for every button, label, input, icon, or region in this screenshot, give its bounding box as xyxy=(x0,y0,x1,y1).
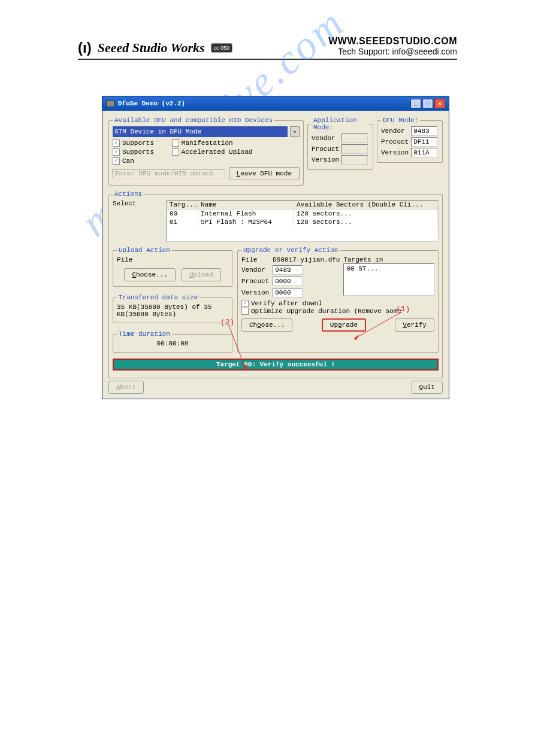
col-targ[interactable]: Targ... xyxy=(167,201,198,209)
actions-legend: Actions xyxy=(113,190,144,198)
verify-after-label: Verify after downl xyxy=(251,300,322,307)
enter-dfu-input: Enter DFU mode/HID detach xyxy=(113,169,225,178)
titlebar[interactable]: DfuSe Demo (v2.2) _ □ ✕ xyxy=(102,96,449,111)
time-value: 00:00:08 xyxy=(117,340,228,347)
verify-after-checkbox[interactable]: ✓ xyxy=(241,300,249,307)
transfer-legend: Transfered data size xyxy=(117,294,200,301)
dfu-version-value: 011A xyxy=(411,148,437,157)
target-row[interactable]: 00 ST... xyxy=(346,265,431,272)
can-label: Can xyxy=(122,157,134,165)
app-version-value xyxy=(341,155,368,165)
application-mode-group: Application Mode: Vendor Procuct Version xyxy=(307,117,373,170)
manifestation-label: Manifestation xyxy=(182,139,233,147)
upgrade-vendor-value: 0483 xyxy=(273,265,303,275)
device-selected: STM Device in DFU Mode xyxy=(114,128,201,135)
app-procuct-label: Procuct xyxy=(312,145,339,153)
upgrade-procuct-value: 0000 xyxy=(273,277,303,286)
targets-in-label: Targets in xyxy=(343,256,434,263)
supports2-label: Supports xyxy=(122,148,154,156)
upload-button[interactable]: Upload xyxy=(182,268,221,281)
upload-legend: Upload Action xyxy=(117,247,172,254)
app-procuct-value xyxy=(341,144,368,154)
app-icon xyxy=(106,100,114,107)
devices-legend: Available DFU and compatible HID Devices xyxy=(113,117,274,124)
app-mode-legend: Application Mode: xyxy=(312,117,369,131)
app-vendor-label: Vendor xyxy=(312,135,339,142)
select-label: Select xyxy=(113,200,161,242)
upgrade-choose-button[interactable]: Choose... xyxy=(241,318,292,332)
brand-text: Seeed Studio Works xyxy=(98,40,205,56)
actions-group: Actions Select Targ... Name Available Se… xyxy=(108,190,443,378)
leave-dfu-button[interactable]: Leave DFU mode xyxy=(229,167,300,180)
dfu-procuct-value: DF11 xyxy=(411,137,437,147)
close-button[interactable]: ✕ xyxy=(434,99,445,108)
optimize-label: Optimize Upgrade duration (Remove some xyxy=(251,308,401,315)
upload-file-label: File xyxy=(117,256,228,263)
cc-badge: cc 0$0 xyxy=(211,43,233,53)
maximize-button[interactable]: □ xyxy=(422,99,433,108)
upgrade-button[interactable]: Upgrade xyxy=(322,318,366,332)
upgrade-file-value: DS0817-yijian.dfu xyxy=(273,256,340,263)
verify-button[interactable]: Verify xyxy=(395,318,434,332)
brand-left: (ı) Seeed Studio Works cc 0$0 xyxy=(78,40,232,56)
device-select[interactable]: STM Device in DFU Mode xyxy=(113,126,288,137)
upgrade-group: Upgrade or Verify Action File DS0817-yij… xyxy=(237,247,439,353)
col-name[interactable]: Name xyxy=(198,201,294,209)
dfu-procuct-label: Procuct xyxy=(381,138,409,145)
dfu-version-label: Version xyxy=(381,149,409,156)
dfu-mode-group: DFU Mode: Vendor 0483 Procuct DF11 Versi… xyxy=(377,117,443,163)
upgrade-vendor-label: Vendor xyxy=(241,266,269,274)
annotation-1: (1) xyxy=(396,305,410,314)
time-group: Time duration 00:00:08 xyxy=(113,330,232,353)
window-title: DfuSe Demo (v2.2) xyxy=(118,100,185,107)
upgrade-version-value: 0000 xyxy=(273,288,303,297)
dfuse-window: DfuSe Demo (v2.2) _ □ ✕ Available DFU an… xyxy=(102,96,449,399)
col-sectors[interactable]: Available Sectors (Double Cli... xyxy=(294,201,438,209)
document-header: (ı) Seeed Studio Works cc 0$0 WWW.SEEEDS… xyxy=(78,36,457,60)
upload-group: Upload Action File Choose... Upload xyxy=(113,247,232,287)
transfer-text: 35 KB(35880 Bytes) of 35 KB(35880 Bytes) xyxy=(117,303,228,318)
quit-button[interactable]: Quit xyxy=(412,381,443,394)
upload-choose-button[interactable]: Choose... xyxy=(124,268,175,281)
upgrade-legend: Upgrade or Verify Action xyxy=(241,247,340,254)
time-legend: Time duration xyxy=(117,330,172,338)
app-version-label: Version xyxy=(312,156,339,163)
status-bar: Target 00: Verify successful ! xyxy=(113,359,439,371)
dfu-vendor-value: 0483 xyxy=(411,126,437,136)
upgrade-procuct-label: Procuct xyxy=(241,278,269,285)
optimize-checkbox[interactable]: ✓ xyxy=(241,308,249,315)
header-right: WWW.SEEEDSTUDIO.COM Tech Support: info@s… xyxy=(328,36,457,56)
targets-in-list[interactable]: 00 ST... xyxy=(343,263,434,296)
upgrade-file-label: File xyxy=(241,256,269,263)
dfu-vendor-label: Vendor xyxy=(381,127,409,135)
abort-button[interactable]: Abort xyxy=(108,381,144,394)
seeed-icon: (ı) xyxy=(78,40,92,56)
targets-table[interactable]: Targ... Name Available Sectors (Double C… xyxy=(167,200,439,242)
chevron-down-icon[interactable]: ▼ xyxy=(290,126,300,137)
table-row[interactable]: 01 SPI Flash : M25P64 128 sectors... xyxy=(167,218,438,226)
site-url: WWW.SEEEDSTUDIO.COM xyxy=(328,36,457,47)
table-row[interactable]: 00 Internal Flash 128 sectors... xyxy=(167,210,438,218)
minimize-button[interactable]: _ xyxy=(410,99,421,108)
annotation-2: (2) xyxy=(220,318,234,327)
dfu-mode-legend: DFU Mode: xyxy=(381,117,420,124)
transfer-group: Transfered data size 35 KB(35880 Bytes) … xyxy=(113,294,232,323)
upgrade-version-label: Version xyxy=(241,289,269,296)
app-vendor-value xyxy=(341,133,368,143)
devices-group: Available DFU and compatible HID Devices… xyxy=(108,117,304,186)
support-email: Tech Support: info@seeedi.com xyxy=(328,47,457,56)
accelerated-label: Accelerated Upload xyxy=(182,148,253,156)
supports-label: Supports xyxy=(122,139,154,147)
